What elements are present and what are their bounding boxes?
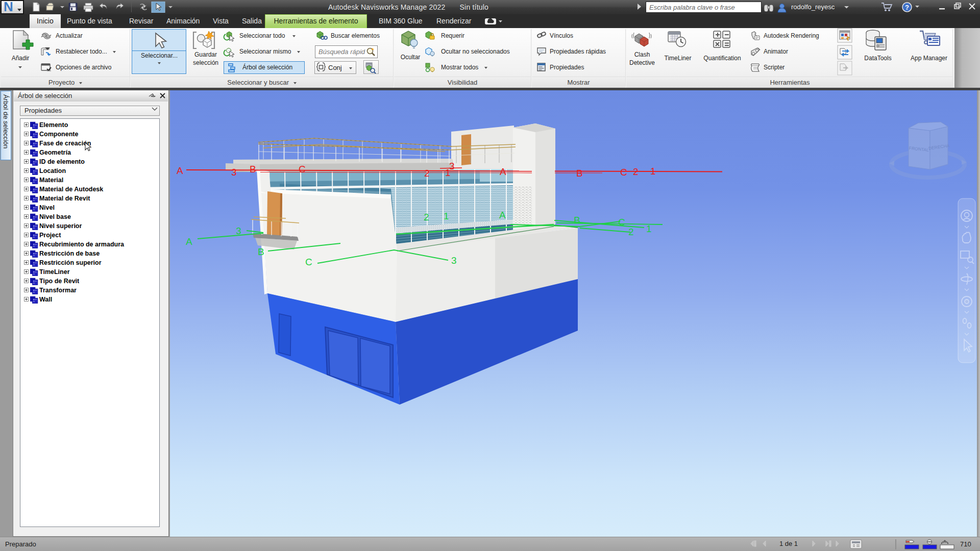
svg-text:2: 2	[628, 227, 634, 237]
svg-text:2: 2	[424, 168, 430, 179]
svg-text:710: 710	[960, 540, 971, 548]
svg-text:1: 1	[650, 166, 656, 177]
svg-text:1: 1	[444, 211, 449, 221]
svg-text:C: C	[305, 257, 312, 267]
svg-text:3: 3	[449, 161, 455, 171]
svg-text:2: 2	[633, 166, 639, 177]
svg-text:A: A	[500, 166, 506, 177]
svg-text:B: B	[250, 164, 256, 174]
svg-text:B: B	[576, 168, 583, 179]
svg-text:C: C	[620, 167, 627, 178]
svg-text:3: 3	[231, 167, 237, 178]
svg-text:A: A	[177, 165, 183, 176]
svg-text:A: A	[499, 210, 506, 220]
svg-text:3: 3	[236, 226, 241, 236]
svg-text:B: B	[574, 215, 580, 226]
svg-text:C: C	[618, 217, 625, 228]
svg-text:2: 2	[424, 212, 429, 222]
svg-text:A: A	[186, 236, 192, 247]
svg-text:?: ?	[905, 4, 909, 11]
svg-text:C: C	[299, 164, 306, 174]
svg-text:3: 3	[451, 255, 457, 266]
svg-text:1: 1	[646, 223, 652, 234]
svg-text:1 de 1: 1 de 1	[779, 540, 798, 547]
svg-text:B: B	[258, 246, 264, 257]
